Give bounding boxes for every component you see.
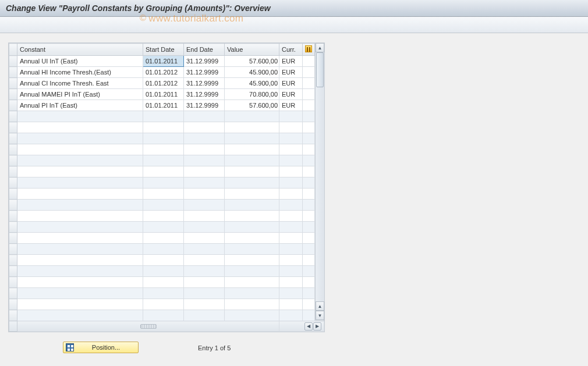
cell-empty[interactable]: [184, 288, 225, 299]
cell-empty[interactable]: [303, 211, 315, 222]
table-row-empty[interactable]: [9, 111, 324, 122]
cell-empty[interactable]: [184, 166, 225, 177]
row-selector[interactable]: [9, 100, 17, 111]
row-selector[interactable]: [9, 211, 17, 222]
scroll-down-button-2[interactable]: ▼: [316, 311, 324, 320]
cell-empty[interactable]: [184, 211, 225, 222]
cell-empty[interactable]: [225, 133, 279, 144]
cell-empty[interactable]: [303, 255, 315, 266]
cell-empty[interactable]: [279, 122, 303, 133]
table-row-empty[interactable]: [9, 200, 324, 211]
cell-empty[interactable]: [303, 266, 315, 277]
cell-empty[interactable]: [143, 122, 184, 133]
table-row[interactable]: Annual HI Income Thresh.(East)01.01.2012…: [9, 67, 324, 78]
cell-start-date[interactable]: 01.01.2012: [143, 67, 184, 78]
cell-empty[interactable]: [17, 310, 143, 321]
cell-empty[interactable]: [303, 133, 315, 144]
cell-empty[interactable]: [303, 277, 315, 288]
cell-empty[interactable]: [184, 177, 225, 189]
cell-empty[interactable]: [184, 133, 225, 144]
cell-empty[interactable]: [184, 244, 225, 255]
cell-empty[interactable]: [303, 189, 315, 200]
cell-empty[interactable]: [17, 189, 143, 200]
cell-currency[interactable]: EUR: [279, 78, 303, 89]
cell-empty[interactable]: [143, 255, 184, 266]
cell-empty[interactable]: [303, 177, 315, 189]
cell-empty[interactable]: [184, 122, 225, 133]
row-selector[interactable]: [9, 288, 17, 299]
cell-empty[interactable]: [143, 177, 184, 189]
cell-empty[interactable]: [279, 233, 303, 244]
cell-empty[interactable]: [225, 288, 279, 299]
cell-empty[interactable]: [184, 233, 225, 244]
cell-currency[interactable]: EUR: [279, 67, 303, 78]
cell-empty[interactable]: [143, 111, 184, 122]
cell-end-date[interactable]: 31.12.9999: [184, 78, 225, 89]
table-row-empty[interactable]: [9, 166, 324, 177]
cell-empty[interactable]: [225, 244, 279, 255]
table-row-empty[interactable]: [9, 255, 324, 266]
cell-empty[interactable]: [303, 111, 315, 122]
row-selector[interactable]: [9, 244, 17, 255]
table-row-empty[interactable]: [9, 122, 324, 133]
cell-end-date[interactable]: 31.12.9999: [184, 67, 225, 78]
cell-empty[interactable]: [279, 177, 303, 189]
cell-empty[interactable]: [279, 310, 303, 321]
cell-empty[interactable]: [279, 244, 303, 255]
row-selector[interactable]: [9, 133, 17, 144]
cell-empty[interactable]: [303, 222, 315, 233]
row-selector[interactable]: [9, 111, 17, 122]
row-selector-header[interactable]: [9, 44, 17, 56]
row-selector[interactable]: [9, 233, 17, 244]
cell-empty[interactable]: [143, 211, 184, 222]
table-row-empty[interactable]: [9, 189, 324, 200]
cell-empty[interactable]: [184, 255, 225, 266]
cell-empty[interactable]: [225, 166, 279, 177]
cell-empty[interactable]: [184, 155, 225, 166]
cell-empty[interactable]: [17, 222, 143, 233]
row-selector[interactable]: [9, 255, 17, 266]
row-selector[interactable]: [9, 122, 17, 133]
cell-empty[interactable]: [303, 144, 315, 155]
cell-empty[interactable]: [143, 233, 184, 244]
col-header-value[interactable]: Value: [225, 44, 279, 56]
table-row[interactable]: Annual PI InT (East)01.01.201131.12.9999…: [9, 100, 324, 111]
row-selector[interactable]: [9, 166, 17, 177]
cell-empty[interactable]: [143, 166, 184, 177]
col-header-constant[interactable]: Constant: [17, 44, 143, 56]
cell-empty[interactable]: [17, 200, 143, 211]
cell-end-date[interactable]: 31.12.9999: [184, 56, 225, 67]
cell-empty[interactable]: [143, 244, 184, 255]
cell-empty[interactable]: [143, 200, 184, 211]
cell-empty[interactable]: [303, 288, 315, 299]
cell-empty[interactable]: [303, 155, 315, 166]
cell-empty[interactable]: [17, 299, 143, 310]
scroll-down-button[interactable]: ▲: [316, 301, 324, 311]
cell-empty[interactable]: [184, 277, 225, 288]
table-row-empty[interactable]: [9, 310, 324, 321]
cell-empty[interactable]: [184, 144, 225, 155]
col-header-currency[interactable]: Curr.: [279, 44, 303, 56]
row-selector[interactable]: [9, 155, 17, 166]
cell-empty[interactable]: [17, 111, 143, 122]
cell-empty[interactable]: [143, 288, 184, 299]
cell-empty[interactable]: [184, 111, 225, 122]
cell-empty[interactable]: [225, 189, 279, 200]
cell-empty[interactable]: [303, 299, 315, 310]
table-row-empty[interactable]: [9, 266, 324, 277]
cell-empty[interactable]: [225, 299, 279, 310]
cell-constant[interactable]: Annual MAMEI PI InT (East): [17, 89, 143, 100]
cell-empty[interactable]: [17, 144, 143, 155]
cell-constant[interactable]: Annual UI InT (East): [17, 56, 143, 67]
cell-empty[interactable]: [143, 266, 184, 277]
cell-value[interactable]: 57.600,00: [225, 100, 279, 111]
cell-end-date[interactable]: 31.12.9999: [184, 89, 225, 100]
cell-start-date[interactable]: 01.01.2011: [143, 89, 184, 100]
cell-empty[interactable]: [17, 255, 143, 266]
row-selector[interactable]: [9, 67, 17, 78]
payroll-constants-table[interactable]: ConstantStart DateEnd DateValueCurr.Annu…: [9, 43, 324, 332]
cell-empty[interactable]: [184, 189, 225, 200]
cell-currency[interactable]: EUR: [279, 89, 303, 100]
table-row-empty[interactable]: [9, 177, 324, 189]
cell-empty[interactable]: [184, 266, 225, 277]
